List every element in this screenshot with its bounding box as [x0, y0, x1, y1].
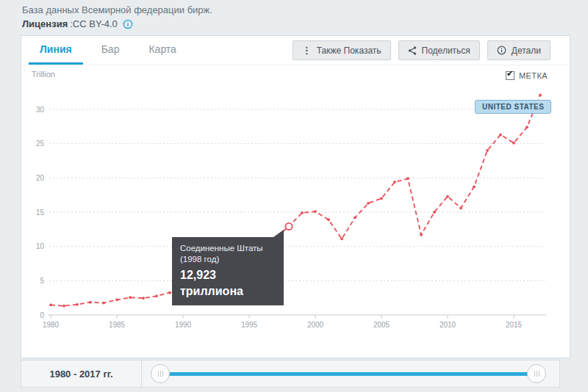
data-point-2001	[327, 218, 330, 221]
data-point-2004	[367, 202, 370, 205]
x-tick-label: 1995	[241, 321, 258, 329]
chart-area: Trillion ✔ МЕТКА 05101520253019801985199…	[21, 65, 570, 357]
data-point-1984	[102, 302, 105, 305]
series-flag-united-states[interactable]: UNITED STATES	[475, 100, 551, 114]
data-point-2000	[314, 210, 317, 213]
data-point-2015	[512, 142, 515, 145]
license-info-icon[interactable]	[123, 19, 133, 29]
x-tick-label: 1985	[109, 321, 126, 329]
x-tick-label: 2005	[373, 321, 390, 329]
data-point-2007	[406, 177, 409, 180]
data-point-2013	[486, 149, 489, 152]
x-tick-label: 2010	[440, 321, 456, 329]
chart-panel: Линия Бар Карта ⋮ Также Показать Поделит…	[21, 35, 570, 358]
tab-map[interactable]: Карта	[137, 36, 187, 65]
time-range-bar: 1980 - 2017 гг.	[21, 360, 560, 388]
share-icon	[408, 46, 417, 55]
x-tick-label: 1980	[43, 321, 60, 329]
data-point-1985	[115, 299, 118, 302]
tooltip-year: (1998 год)	[180, 254, 276, 265]
tab-line[interactable]: Линия	[29, 36, 83, 65]
data-point-1986	[129, 296, 132, 299]
data-point-1981	[62, 305, 65, 308]
details-button[interactable]: Детали	[487, 40, 551, 60]
data-point-2012	[473, 186, 476, 189]
license-label: Лицензия	[22, 18, 68, 29]
y-tick-label: 0	[40, 311, 44, 319]
y-tick-label: 5	[40, 277, 44, 285]
data-point-2008	[420, 233, 423, 236]
data-point-2002	[340, 238, 343, 241]
tooltip-arrow	[273, 230, 284, 237]
x-tick-label: 2015	[506, 321, 523, 329]
data-point-1988	[155, 294, 158, 297]
data-point-2017	[539, 94, 542, 97]
data-point-2011	[459, 207, 462, 210]
tooltip-value: 12,923	[180, 268, 276, 282]
data-point-2010	[446, 195, 449, 198]
toolbar: ⋮ Также Показать Поделиться Детали	[293, 36, 570, 65]
data-point-1999	[301, 211, 304, 214]
license-value: :CC BY-4.0	[70, 18, 118, 29]
y-tick-label: 15	[36, 208, 45, 217]
y-tick-label: 10	[36, 242, 45, 250]
share-label: Поделиться	[422, 46, 470, 56]
x-tick-label: 2000	[307, 321, 324, 329]
data-point-1989	[168, 291, 171, 294]
data-point-1987	[142, 297, 145, 300]
slider-handle-right[interactable]	[527, 364, 546, 383]
data-point-1982	[76, 303, 79, 306]
more-vertical-icon: ⋮	[302, 45, 312, 56]
range-label: 1980 - 2017 гг.	[21, 360, 142, 387]
y-tick-label: 25	[36, 139, 45, 148]
data-point-1980	[49, 304, 52, 307]
source-title: База данных Всемирной федерации бирж.	[22, 4, 212, 15]
share-button[interactable]: Поделиться	[398, 40, 480, 60]
x-tick-label: 1990	[175, 321, 192, 329]
range-slider[interactable]	[142, 360, 559, 387]
data-point-2009	[433, 211, 436, 214]
data-point-1983	[89, 301, 92, 304]
y-tick-label: 30	[36, 106, 45, 114]
tooltip-unit: триллиона	[180, 284, 276, 298]
slider-track[interactable]	[160, 372, 537, 376]
source-header: База данных Всемирной федерации бирж. Ли…	[22, 4, 212, 29]
y-tick-label: 20	[36, 174, 45, 182]
data-point-highlight-1998[interactable]	[285, 223, 292, 230]
data-point-2014	[499, 134, 502, 137]
details-label: Детали	[512, 46, 541, 56]
data-point-2003	[354, 217, 356, 219]
info-icon	[497, 46, 506, 55]
data-point-2005	[380, 197, 383, 200]
also-show-label: Также Показать	[317, 46, 381, 56]
chart-tooltip: Соединенные Штаты (1998 год) 12,923 трил…	[172, 237, 284, 305]
license-line: Лицензия :CC BY-4.0	[22, 18, 212, 29]
also-show-button[interactable]: ⋮ Также Показать	[293, 40, 391, 60]
data-point-2006	[393, 181, 396, 184]
tooltip-country: Соединенные Штаты	[180, 243, 276, 254]
tab-bar-chart[interactable]: Бар	[90, 36, 131, 65]
series-line-united-states	[51, 95, 540, 305]
slider-handle-left[interactable]	[151, 364, 170, 383]
tab-bar: Линия Бар Карта ⋮ Также Показать Поделит…	[21, 36, 570, 65]
data-point-2016	[526, 126, 528, 128]
